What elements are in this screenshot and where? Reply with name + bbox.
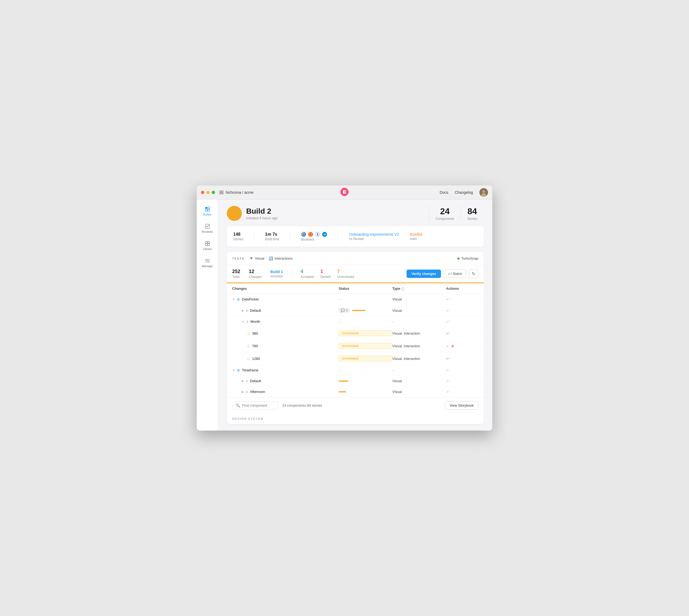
type-visual: Visual (392, 379, 446, 383)
type-visual-interaction: Visual, Interaction (392, 331, 446, 335)
info-browsers: Browsers (301, 232, 327, 241)
info-card: 148 Stories 1m 7s Build time (227, 226, 484, 247)
row-name-380: ◇ 380 (232, 331, 339, 335)
story-icon: ▯ (246, 390, 248, 394)
row-name-month: ▼ ▯ Month (232, 320, 339, 324)
close-button[interactable] (201, 191, 204, 194)
row-name-datepicker: ▼ ⊞ DatePicker (232, 297, 339, 301)
row-name-timeframe-default: ▶ ▯ Default (232, 379, 339, 383)
svg-rect-5 (205, 207, 207, 209)
table-row[interactable]: ▶ ▯ Default 💬 2 Visual (227, 305, 484, 316)
check-action[interactable]: ✓∶ (446, 297, 450, 301)
change-bar (352, 310, 365, 311)
batch-button[interactable]: ✓/ Batch (444, 269, 466, 278)
view-storybook-button[interactable]: View Storybook (445, 401, 478, 410)
metric-ancestor: Build 1 Ancestor (270, 269, 283, 278)
expand-icon[interactable]: ▶ (242, 379, 244, 382)
branch-link[interactable]: Onboarding improvements V2 (349, 232, 399, 237)
commit-link[interactable]: 81e4b4 (410, 232, 422, 237)
info-divider-3 (338, 232, 338, 241)
svg-rect-7 (205, 210, 207, 211)
changelog-link[interactable]: Changelog (455, 190, 473, 195)
components-count: 24 (436, 206, 454, 216)
check-action[interactable]: ✓∶ (446, 368, 450, 372)
build-status-icon (227, 206, 242, 221)
undo-action[interactable]: ↩ (446, 356, 449, 361)
unreviewed-badge: Unreviewed (339, 343, 392, 349)
info-divider-2 (290, 232, 290, 241)
firefox-icon (308, 232, 313, 237)
build-stat-stories: 84 Stories (461, 206, 484, 221)
bottom-bar: 🔍 24 components 84 stories View Storyboo… (227, 397, 484, 413)
metric-changes: 12 Changes (249, 269, 262, 279)
search-input[interactable] (242, 403, 274, 408)
app-menu[interactable]: hichroma / acme (219, 190, 253, 195)
info-commit: 81e4b4 main (410, 232, 422, 241)
minimize-button[interactable] (206, 191, 209, 194)
titlebar: hichroma / acme Docs Changelog (197, 185, 492, 199)
sidebar: Builds Reviews (197, 199, 218, 431)
svg-rect-8 (208, 210, 209, 211)
check-action[interactable]: ✓∶ (446, 320, 450, 324)
info-stories-label: Stories (233, 237, 243, 241)
status-dash: -- (339, 320, 392, 324)
hamburger-icon[interactable] (219, 191, 224, 194)
avatar[interactable] (480, 188, 488, 197)
1280-label: 1280 (252, 357, 260, 361)
turbosnap-indicator: TurboSnap (458, 257, 478, 260)
refresh-button[interactable]: ↻ (469, 269, 478, 279)
library-icon (205, 241, 210, 246)
maximize-button[interactable] (212, 191, 215, 194)
undo-action[interactable]: ↩ (446, 331, 449, 336)
story-icon: ▯ (246, 379, 248, 383)
table-row[interactable]: ▶ ▯ Afternoon Visual ✓∶ (227, 387, 484, 397)
collapse-icon[interactable]: ▼ (232, 369, 235, 372)
sidebar-item-reviews[interactable]: Reviews (198, 221, 217, 236)
interactions-toggle[interactable]: 🔄 Interactions (269, 257, 293, 260)
check-action[interactable]: ✓∶ (446, 309, 450, 312)
ancestor-link[interactable]: Build 1 (270, 269, 283, 274)
sidebar-item-manage[interactable]: Manage (198, 255, 217, 270)
unreviewed-label: Unreviewed (337, 275, 354, 279)
deny-action[interactable]: ⊗ (451, 344, 454, 348)
check-action[interactable]: ✓∶ (446, 390, 450, 394)
svg-point-1 (345, 190, 347, 191)
row-name-afternoon: ▶ ▯ Afternoon (232, 390, 339, 394)
type-visual: Visual (392, 309, 446, 312)
visual-toggle[interactable]: 👁 Visual (250, 257, 264, 260)
check-action[interactable]: ✓∶ (446, 379, 450, 383)
info-build-time: 1m 7s Build time (265, 232, 279, 241)
sidebar-item-library[interactable]: Library (198, 238, 217, 253)
actions-cell: ↩ (446, 331, 478, 336)
780-label: 780 (252, 344, 258, 348)
docs-link[interactable]: Docs (440, 190, 448, 195)
verify-button[interactable]: Verify changes (406, 269, 441, 278)
stories-count: 84 (467, 206, 477, 216)
svg-rect-6 (208, 207, 209, 209)
table-row[interactable]: ◇ 780 Unreviewed Visual, Interaction ✓ ⊗ (227, 340, 484, 352)
collapse-icon[interactable]: ▼ (242, 320, 245, 323)
actions-cell: ✓ ⊗ (446, 344, 478, 348)
collapse-icon[interactable]: ▼ (232, 298, 235, 301)
sidebar-item-builds[interactable]: Builds (198, 204, 217, 219)
table-row[interactable]: ◇ 1280 Unreviewed Visual, Interaction ↩ (227, 352, 484, 365)
expand-icon[interactable]: ▶ (242, 309, 244, 312)
design-system-label: DESIGN SYSTEM (227, 413, 484, 424)
type-visual: Visual (392, 390, 446, 394)
svg-rect-11 (208, 241, 209, 243)
search-icon: 🔍 (236, 403, 240, 408)
table-header: Changes Status Type i Actions (227, 283, 484, 294)
expand-icon[interactable]: ▶ (242, 390, 244, 393)
search-box[interactable]: 🔍 (232, 401, 278, 409)
svg-rect-10 (205, 241, 207, 243)
row-name-1280: ◇ 1280 (232, 357, 339, 361)
type-dash: -- (392, 368, 446, 372)
batch-label: Batch (453, 272, 462, 276)
story-icon: ▯ (247, 320, 248, 323)
table-row[interactable]: ◇ 380 Unreviewed Visual, Interaction ↩ (227, 327, 484, 340)
build-subtitle: Initiated 4 hours ago (246, 216, 278, 220)
accept-action[interactable]: ✓ (446, 344, 449, 348)
table-row[interactable]: ▶ ▯ Default Visual ✓∶ (227, 376, 484, 387)
unreviewed-count: 7 Unreviewed (337, 269, 354, 279)
build-stat-components: 24 Components (429, 206, 461, 221)
